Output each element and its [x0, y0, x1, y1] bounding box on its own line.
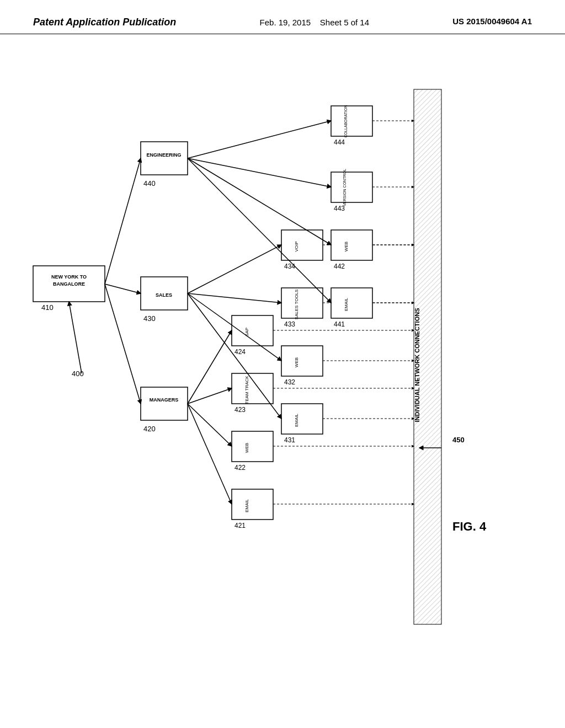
- label-440: 440: [143, 179, 156, 188]
- svg-line-5: [69, 302, 82, 373]
- svg-rect-8: [141, 142, 188, 175]
- label-420: 420: [143, 425, 156, 433]
- web-442-label: WEB: [344, 242, 349, 251]
- svg-line-45: [188, 158, 331, 245]
- svg-rect-38: [331, 230, 372, 260]
- svg-rect-18: [232, 315, 273, 346]
- label-400: 400: [72, 370, 84, 378]
- salestools-433-label: SALES TOOLS: [294, 290, 299, 320]
- diagram-area: INDIVIDUAL NETWORK CONNECTIONS 450 NEW Y…: [0, 34, 565, 713]
- node-410-label: NEW YORK TO: [51, 274, 87, 280]
- svg-line-20: [188, 404, 232, 504]
- email-431-label: EMAIL: [294, 413, 299, 427]
- publication-date: Feb. 19, 2015 Sheet 5 of 14: [260, 17, 370, 28]
- patent-diagram: INDIVIDUAL NETWORK CONNECTIONS 450 NEW Y…: [0, 34, 565, 713]
- svg-rect-28: [281, 288, 323, 318]
- publication-number: US 2015/0049604 A1: [452, 17, 532, 26]
- versioncontrol-443-label: VERSION CONTROL: [343, 169, 347, 206]
- svg-rect-6: [141, 387, 188, 420]
- label-442: 442: [334, 263, 345, 270]
- email-421-label: EMAIL: [244, 499, 249, 512]
- arrow-450-label: 450: [452, 436, 465, 444]
- svg-line-11: [105, 284, 141, 404]
- web-432-label: WEB: [294, 357, 299, 367]
- label-422: 422: [234, 464, 246, 472]
- collaboration-444-label: COLLABORATION: [344, 105, 348, 138]
- label-424: 424: [234, 348, 246, 356]
- label-410: 410: [41, 303, 54, 312]
- svg-rect-40: [331, 172, 372, 202]
- email-441-label: EMAIL: [344, 297, 349, 311]
- svg-line-23: [188, 330, 232, 404]
- svg-line-9: [105, 158, 141, 284]
- svg-rect-14: [232, 431, 273, 462]
- engineering-label: ENGINEERING: [146, 152, 181, 158]
- svg-line-46: [188, 158, 331, 187]
- svg-line-21: [188, 404, 232, 446]
- teamtrack-423-label: TEAM TRACK: [244, 376, 249, 404]
- managers-label: MANAGERS: [150, 397, 179, 403]
- label-432: 432: [284, 378, 295, 386]
- label-433: 433: [284, 320, 295, 328]
- svg-line-47: [188, 121, 331, 158]
- svg-rect-30: [281, 230, 323, 260]
- network-connections-label: INDIVIDUAL NETWORK CONNECTIONS: [414, 308, 420, 422]
- svg-rect-42: [331, 106, 372, 136]
- label-431: 431: [284, 436, 295, 444]
- web-422-label: WEB: [244, 443, 249, 453]
- label-434: 434: [284, 263, 295, 270]
- svg-rect-26: [281, 346, 323, 376]
- label-423: 423: [234, 406, 246, 414]
- label-421: 421: [234, 522, 246, 529]
- svg-rect-24: [281, 404, 323, 434]
- svg-text:BANGALORE: BANGALORE: [53, 281, 85, 287]
- svg-line-22: [188, 388, 232, 404]
- publication-title: Patent Application Publication: [33, 17, 176, 28]
- label-443: 443: [334, 205, 345, 212]
- label-441: 441: [334, 320, 345, 328]
- voip-434-label: VOIP: [294, 241, 299, 251]
- sales-label: SALES: [156, 292, 172, 298]
- svg-rect-12: [232, 489, 273, 520]
- label-430: 430: [143, 314, 156, 323]
- page-header: Patent Application Publication Feb. 19, …: [0, 0, 565, 34]
- svg-line-34: [188, 293, 281, 303]
- svg-line-10: [105, 284, 141, 293]
- svg-line-35: [188, 245, 281, 293]
- fig-label: FIG. 4: [452, 520, 487, 533]
- svg-rect-36: [331, 288, 372, 318]
- label-444: 444: [334, 138, 345, 146]
